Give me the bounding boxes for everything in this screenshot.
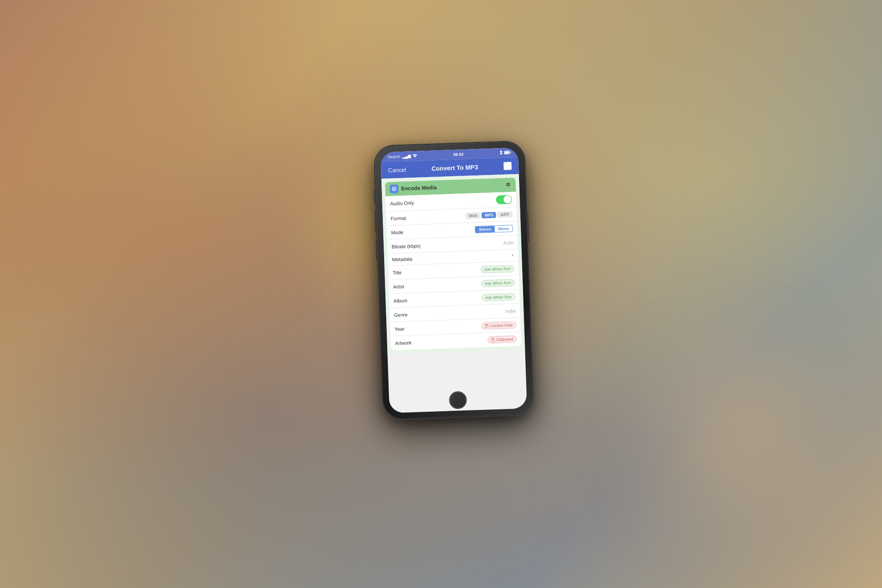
bluetooth-icon (500, 150, 503, 156)
scene: Search ▂▄▆ 08:53 (0, 0, 882, 588)
cancel-button[interactable]: Cancel (388, 166, 406, 173)
year-date-badge[interactable]: Current Date (482, 321, 516, 330)
format-mp3-button[interactable]: MP3 (482, 212, 496, 218)
encode-media-icon (389, 184, 399, 194)
year-label: Year (394, 326, 404, 331)
phone-screen: Search ▂▄▆ 08:53 (381, 148, 527, 413)
status-time: 08:53 (453, 152, 463, 157)
artwork-clipboard-badge[interactable]: Clipboard (488, 335, 517, 343)
mode-stereo-button[interactable]: Stereo (475, 226, 495, 233)
artist-ask-badge[interactable]: Ask When Run (481, 279, 515, 287)
album-ask-badge[interactable]: Ask When Run (482, 293, 516, 301)
volume-up-button (374, 210, 377, 232)
title-label: Title (392, 270, 402, 275)
encode-media-block: Encode Media Audio Only (385, 178, 521, 350)
phone-shell: Search ▂▄▆ 08:53 (374, 141, 533, 419)
audio-only-label: Audio Only (390, 200, 414, 206)
year-date-label: Current Date (490, 323, 513, 328)
mode-mono-button[interactable]: Mono (495, 225, 512, 232)
form-container: Audio Only Format M4A MP3 (385, 192, 521, 350)
format-label: Format (391, 215, 406, 221)
power-button (527, 212, 529, 242)
status-right (500, 150, 511, 156)
clipboard-icon (491, 338, 495, 342)
genre-label: Genre (394, 312, 407, 317)
encode-media-title: Encode Media (401, 184, 437, 192)
mode-buttons: Stereo Mono (475, 225, 513, 233)
format-aiff-button[interactable]: AIFF (497, 211, 512, 218)
album-label: Album (393, 298, 407, 303)
status-search-text: Search (388, 154, 400, 159)
svg-point-4 (393, 188, 395, 190)
done-button[interactable] (504, 162, 512, 170)
bitrate-value: Auto (503, 240, 513, 246)
signal-icon: ▂▄▆ (402, 154, 411, 159)
metadata-label: Metadata (392, 256, 412, 262)
metadata-chevron-icon: ▾ (512, 253, 514, 257)
battery-icon (504, 150, 511, 156)
content-area: Encode Media Audio Only (381, 174, 525, 354)
wifi-icon (413, 154, 417, 158)
phone-wrapper: Search ▂▄▆ 08:53 (374, 141, 533, 419)
calendar-icon (485, 324, 489, 327)
svg-rect-5 (485, 324, 488, 327)
volume-down-button (376, 239, 378, 261)
nav-title: Convert To MP3 (431, 164, 478, 172)
genre-value: Indie (505, 308, 516, 314)
encode-header-left: Encode Media (389, 183, 437, 194)
status-left: Search ▂▄▆ (388, 154, 417, 159)
toggle-knob (503, 195, 512, 204)
svg-rect-2 (505, 151, 509, 153)
svg-rect-1 (510, 152, 511, 153)
encode-settings-icon[interactable] (505, 181, 512, 189)
bitrate-label: Bitrate (kbps) (392, 243, 421, 249)
format-m4a-button[interactable]: M4A (466, 212, 480, 219)
artwork-label: Artwork (395, 340, 412, 346)
mute-button (374, 190, 376, 204)
title-ask-badge[interactable]: Ask When Run (481, 265, 515, 273)
mode-label: Mode (391, 229, 404, 235)
format-buttons: M4A MP3 AIFF (466, 211, 512, 219)
artwork-clipboard-label: Clipboard (496, 337, 513, 342)
audio-only-toggle[interactable] (496, 195, 512, 204)
artist-label: Artist (393, 283, 404, 289)
